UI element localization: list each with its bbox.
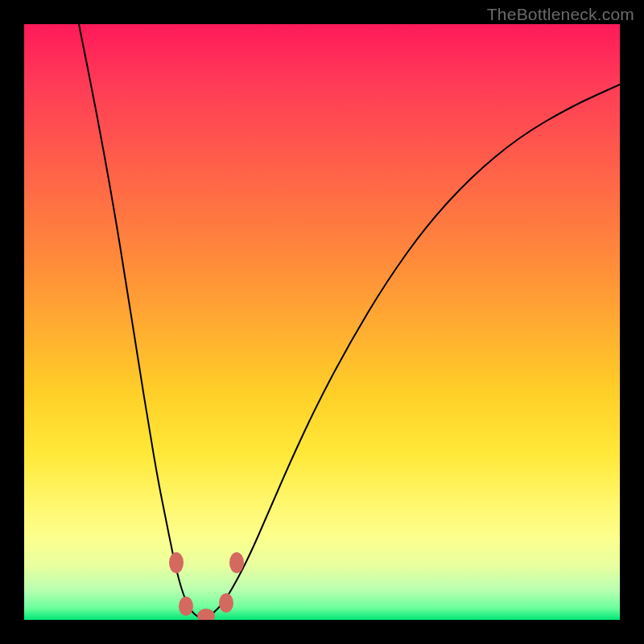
chart-frame: TheBottleneck.com bbox=[0, 0, 644, 644]
curve-marker bbox=[169, 552, 184, 573]
watermark-text: TheBottleneck.com bbox=[487, 5, 634, 24]
bottleneck-curve-right bbox=[199, 85, 620, 617]
bottleneck-curve-left bbox=[79, 24, 199, 617]
curve-marker bbox=[179, 597, 193, 616]
curve-marker bbox=[219, 593, 233, 613]
curve-marker bbox=[197, 609, 215, 620]
plot-area bbox=[24, 24, 620, 620]
chart-svg bbox=[24, 24, 620, 620]
curve-marker bbox=[229, 552, 244, 573]
